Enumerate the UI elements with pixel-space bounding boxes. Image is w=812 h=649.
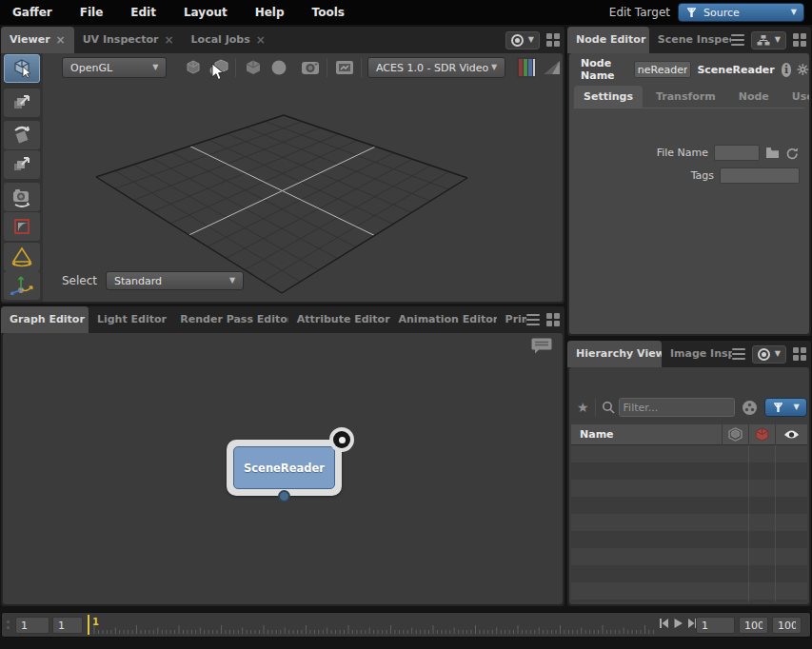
crop-window-tool-button[interactable] (4, 212, 40, 241)
node-editor-body: Node Name SceneReader i S (569, 53, 809, 334)
playback-end-frame-input[interactable] (772, 617, 802, 634)
tab-label: Image Inspe (670, 341, 732, 367)
select-mode-dropdown[interactable]: Standard ▼ (106, 271, 244, 290)
renderer-dropdown[interactable]: OpenGL ▼ (62, 57, 167, 78)
exposure-gamma-button[interactable] (539, 56, 564, 79)
layout-grid-icon[interactable] (546, 313, 560, 326)
hierarchy-table-rows[interactable] (571, 445, 807, 602)
menu-file[interactable]: File (80, 6, 104, 19)
tab-local-jobs[interactable]: Local Jobs × (183, 27, 274, 53)
funnel-icon (772, 402, 784, 414)
layout-grid-icon[interactable] (793, 347, 806, 361)
scene-view-mode-button[interactable] (331, 56, 357, 79)
chevron-down-icon: ▼ (791, 9, 797, 16)
scene-start-frame-input[interactable] (15, 617, 50, 634)
skip-to-start-icon[interactable] (659, 618, 669, 629)
tab-scene-inspector[interactable]: Scene Inspecto (649, 27, 731, 53)
expansion-cube-button[interactable] (180, 56, 206, 79)
tab-viewer[interactable]: Viewer × (1, 27, 74, 53)
chevron-down-icon: ▼ (528, 36, 534, 44)
panel-focus-menu-button[interactable]: ▼ (505, 31, 540, 49)
tags-input[interactable] (720, 167, 800, 184)
edit-target-dropdown[interactable]: Source ▼ (678, 3, 804, 22)
tab-primitive-inspector[interactable]: Prim (497, 306, 526, 333)
scene-reader-node-body[interactable]: SceneReader (233, 446, 335, 489)
timeline-ruler[interactable] (92, 613, 656, 637)
annotations-bubble-icon[interactable] (531, 337, 552, 355)
menu-gaffer[interactable]: Gaffer (12, 6, 52, 19)
tab-overflow-menu-icon[interactable] (731, 34, 744, 46)
color-channels-button[interactable] (513, 56, 539, 79)
edit-scope-dropdown[interactable]: ▼ (764, 398, 807, 417)
selection-sync-icon[interactable] (742, 400, 758, 416)
close-icon[interactable]: × (56, 34, 66, 46)
tab-overflow-menu-icon[interactable] (526, 314, 540, 325)
chevron-down-icon: ▼ (491, 64, 497, 71)
light-tool-button[interactable] (4, 243, 40, 271)
select-tool-button[interactable] (4, 54, 40, 83)
scene-reader-node[interactable]: SceneReader (227, 440, 342, 496)
camera-tool-button[interactable] (4, 183, 40, 211)
viewer-toolbar: OpenGL ▼ (43, 53, 564, 82)
playhead[interactable] (88, 615, 89, 635)
layout-grid-icon[interactable] (793, 33, 806, 47)
play-icon[interactable] (673, 618, 683, 629)
menu-layout[interactable]: Layout (184, 6, 228, 19)
end-frame-input[interactable] (739, 617, 768, 634)
tab-node[interactable]: Node (729, 86, 779, 108)
drag-grip-icon[interactable] (7, 620, 10, 629)
tab-settings[interactable]: Settings (574, 86, 643, 108)
node-editor-pin-button[interactable]: ▼ (751, 31, 786, 49)
close-icon[interactable]: × (165, 34, 174, 46)
star-icon[interactable]: ★ (577, 400, 589, 415)
tab-node-editor[interactable]: Node Editor × (567, 27, 649, 53)
node-focus-handle[interactable] (329, 427, 354, 452)
display-transform-dropdown[interactable]: ACES 1.0 - SDR Video ▼ (367, 57, 505, 78)
timeline-bar: 1 (1, 612, 811, 638)
tab-hierarchy-view[interactable]: Hierarchy View × (567, 341, 662, 367)
playback-start-frame-input[interactable] (52, 617, 83, 634)
menu-tools[interactable]: Tools (312, 6, 345, 19)
close-icon[interactable]: × (256, 34, 266, 46)
menu-help[interactable]: Help (255, 6, 285, 19)
camera-settings-button[interactable] (297, 56, 323, 79)
info-icon[interactable]: i (782, 63, 792, 77)
tab-render-pass-editor[interactable]: Render Pass Editor × (171, 306, 287, 333)
column-expansion-header[interactable] (722, 424, 748, 445)
layout-grid-icon[interactable] (546, 33, 560, 47)
tab-attribute-editor[interactable]: Attribute Editor × (288, 306, 390, 333)
node-output-plug[interactable] (278, 490, 290, 502)
wireframe-cube-button[interactable] (240, 56, 266, 79)
graph-editor-tabbar: Graph Editor × Light Editor × Render Pas… (1, 306, 564, 333)
scale-tool-button[interactable] (4, 150, 40, 179)
file-name-input[interactable] (714, 145, 760, 161)
node-name-input[interactable] (634, 61, 691, 78)
tab-graph-editor[interactable]: Graph Editor × (1, 306, 89, 333)
select-label: Select (62, 274, 97, 287)
tab-uv-inspector[interactable]: UV Inspector × (74, 27, 183, 53)
folder-icon[interactable] (765, 147, 780, 159)
menu-edit[interactable]: Edit (130, 6, 156, 19)
select-objects-button[interactable] (206, 56, 231, 79)
tab-light-editor[interactable]: Light Editor × (89, 306, 171, 333)
column-visibility-header[interactable] (775, 424, 807, 445)
shaded-sphere-button[interactable] (266, 56, 291, 79)
tab-animation-editor[interactable]: Animation Editor × (390, 306, 497, 333)
viewer-viewport[interactable] (3, 53, 563, 302)
translate-tool-button[interactable] (4, 88, 40, 117)
light-position-tool-button[interactable] (4, 271, 40, 300)
refresh-icon[interactable] (785, 147, 800, 160)
tab-overflow-menu-icon[interactable] (732, 348, 745, 360)
current-frame-input[interactable] (696, 617, 735, 634)
panel-focus-menu-button[interactable]: ▼ (752, 345, 786, 364)
column-render-visibility-header[interactable] (748, 424, 775, 445)
tab-image-inspector[interactable]: Image Inspe (662, 341, 732, 367)
tab-user[interactable]: User (782, 86, 809, 108)
tab-transform[interactable]: Transform (646, 86, 725, 108)
filter-field[interactable] (619, 398, 735, 417)
graph-editor-canvas[interactable]: SceneReader (3, 333, 563, 604)
rotate-tool-button[interactable] (4, 121, 40, 149)
filter-input[interactable] (624, 402, 709, 414)
gear-icon[interactable] (797, 61, 809, 78)
renderer-value: OpenGL (70, 62, 152, 74)
